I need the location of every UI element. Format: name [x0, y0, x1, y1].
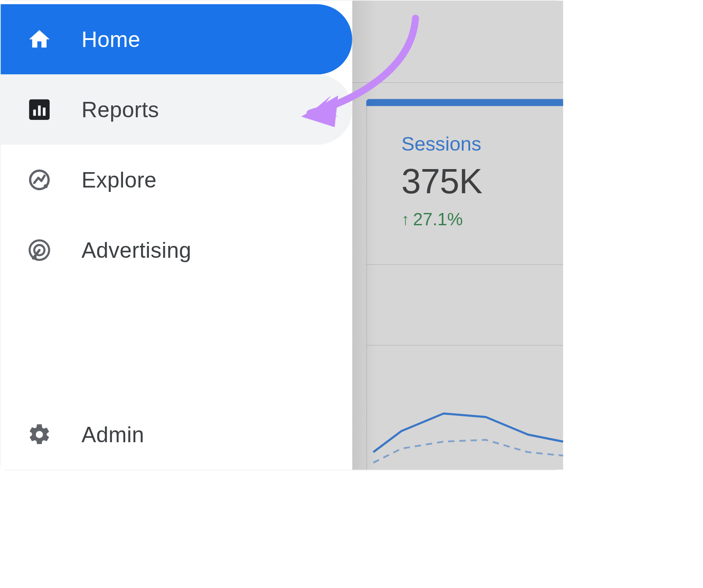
- gear-icon: [27, 422, 52, 447]
- svg-rect-3: [43, 108, 46, 116]
- main-content: Sessions 375K ↑ 27.1%: [352, 1, 563, 470]
- home-icon: [27, 27, 52, 52]
- sidebar-item-reports[interactable]: Reports: [1, 75, 352, 145]
- sidebar-item-advertising[interactable]: Advertising: [1, 215, 352, 285]
- sidebar-item-admin[interactable]: Admin: [1, 400, 352, 470]
- sidebar-item-label: Home: [82, 27, 141, 52]
- metric-label: Sessions: [402, 133, 482, 155]
- metric-value: 375K: [402, 161, 482, 201]
- advertising-icon: [27, 238, 52, 263]
- sidebar-item-explore[interactable]: Explore: [1, 145, 352, 215]
- metric-delta: ↑ 27.1%: [402, 209, 482, 229]
- sessions-chart: [373, 389, 563, 470]
- bar-chart-icon: [27, 97, 52, 122]
- sidebar-item-label: Reports: [82, 97, 159, 122]
- svg-rect-2: [38, 105, 41, 115]
- metric-card-sessions[interactable]: Sessions 375K ↑ 27.1%: [402, 133, 482, 230]
- sidebar-item-label: Admin: [82, 422, 145, 447]
- sidebar-item-home[interactable]: Home: [1, 4, 352, 75]
- arrow-up-icon: ↑: [402, 210, 409, 229]
- svg-point-5: [43, 184, 47, 188]
- sidebar: Home Reports Explore: [1, 1, 352, 470]
- metric-delta-value: 27.1%: [413, 209, 463, 229]
- sidebar-item-label: Advertising: [82, 238, 192, 263]
- sidebar-item-label: Explore: [82, 167, 157, 192]
- svg-rect-1: [33, 110, 36, 116]
- explore-icon: [27, 168, 52, 192]
